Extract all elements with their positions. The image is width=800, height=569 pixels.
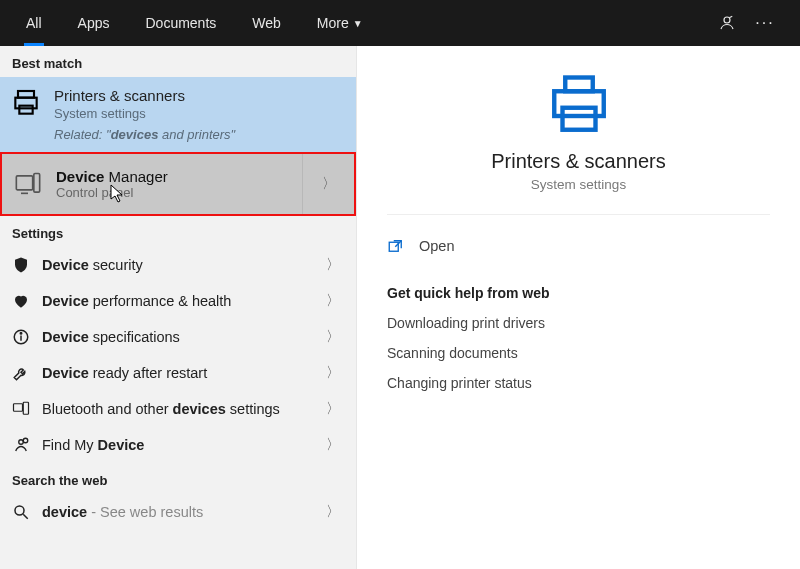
settings-item-device-specifications[interactable]: Device specifications 〉 [0, 319, 356, 355]
shield-icon [12, 256, 30, 274]
settings-header: Settings [0, 216, 356, 247]
preview-title: Printers & scanners [387, 150, 770, 173]
tab-label: More [317, 15, 349, 31]
search-web-label: device - See web results [42, 504, 203, 520]
svg-point-0 [724, 17, 730, 23]
best-match-related: Related: "devices and printers" [54, 127, 344, 142]
svg-rect-10 [23, 402, 28, 414]
svg-rect-5 [34, 174, 40, 193]
settings-item-label: Find My Device [42, 437, 144, 453]
tab-label: Documents [145, 15, 216, 31]
svg-rect-3 [19, 106, 32, 114]
tab-documents[interactable]: Documents [127, 0, 234, 46]
preview-subtitle: System settings [387, 177, 770, 192]
printer-icon [10, 87, 42, 119]
settings-item-label: Bluetooth and other devices settings [42, 401, 280, 417]
settings-item-device-security[interactable]: Device security 〉 [0, 247, 356, 283]
best-match-title: Printers & scanners [54, 85, 344, 104]
settings-item-label: Device performance & health [42, 293, 231, 309]
svg-point-13 [15, 506, 24, 515]
devices-icon [12, 400, 30, 418]
device-manager-title: Device Manager [56, 168, 168, 185]
more-options-icon[interactable]: ··· [756, 14, 774, 32]
search-web-header: Search the web [0, 463, 356, 494]
printer-icon [546, 72, 612, 138]
info-icon [12, 328, 30, 346]
svg-point-8 [20, 333, 22, 335]
settings-item-device-ready[interactable]: Device ready after restart 〉 [0, 355, 356, 391]
open-action[interactable]: Open [387, 237, 770, 255]
chevron-right-icon: 〉 [326, 400, 340, 418]
person-pin-icon [12, 436, 30, 454]
settings-item-label: Device security [42, 257, 143, 273]
svg-rect-4 [16, 176, 32, 190]
tab-label: Apps [78, 15, 110, 31]
quick-help-title: Get quick help from web [387, 285, 770, 301]
search-web-item[interactable]: device - See web results 〉 [0, 494, 356, 530]
svg-point-12 [23, 438, 28, 443]
svg-line-14 [23, 514, 28, 519]
right-pane: Printers & scanners System settings Open… [357, 46, 800, 569]
tab-web[interactable]: Web [234, 0, 299, 46]
settings-item-label: Device ready after restart [42, 365, 207, 381]
quick-link-scanning[interactable]: Scanning documents [387, 345, 770, 361]
best-match-item[interactable]: Printers & scanners System settings Rela… [0, 77, 356, 152]
svg-rect-17 [562, 108, 595, 130]
heart-icon [12, 292, 30, 310]
tab-apps[interactable]: Apps [60, 0, 128, 46]
left-pane: Best match Printers & scanners System se… [0, 46, 357, 569]
chevron-right-icon: 〉 [326, 503, 340, 521]
expand-button[interactable]: 〉 [302, 154, 354, 214]
settings-item-label: Device specifications [42, 329, 180, 345]
chevron-right-icon: 〉 [326, 256, 340, 274]
chevron-down-icon: ▼ [353, 18, 363, 29]
svg-rect-9 [14, 404, 23, 412]
tab-more[interactable]: More ▼ [299, 0, 381, 46]
open-label: Open [419, 238, 454, 254]
chevron-right-icon: 〉 [326, 292, 340, 310]
header-actions: ··· [718, 14, 792, 32]
header-bar: All Apps Documents Web More ▼ ··· [0, 0, 800, 46]
preview-icon-wrap [387, 72, 770, 138]
search-icon [12, 503, 30, 521]
open-icon [387, 237, 405, 255]
quick-link-print-drivers[interactable]: Downloading print drivers [387, 315, 770, 331]
svg-point-11 [19, 440, 24, 445]
header-tabs: All Apps Documents Web More ▼ [8, 0, 381, 46]
svg-rect-18 [389, 242, 398, 251]
tab-label: Web [252, 15, 281, 31]
chevron-right-icon: 〉 [326, 364, 340, 382]
tab-all[interactable]: All [8, 0, 60, 46]
feedback-icon[interactable] [718, 14, 736, 32]
tab-label: All [26, 15, 42, 31]
best-match-header: Best match [0, 46, 356, 77]
best-match-subtitle: System settings [54, 106, 344, 121]
device-manager-icon [14, 170, 42, 198]
settings-item-bluetooth-devices[interactable]: Bluetooth and other devices settings 〉 [0, 391, 356, 427]
quick-link-printer-status[interactable]: Changing printer status [387, 375, 770, 391]
chevron-right-icon: 〉 [326, 436, 340, 454]
settings-item-device-performance[interactable]: Device performance & health 〉 [0, 283, 356, 319]
device-manager-item[interactable]: Device Manager Control panel 〉 [0, 152, 356, 216]
device-manager-subtitle: Control panel [56, 185, 168, 200]
settings-item-find-my-device[interactable]: Find My Device 〉 [0, 427, 356, 463]
chevron-right-icon: 〉 [322, 175, 336, 193]
divider [387, 214, 770, 215]
wrench-icon [12, 364, 30, 382]
chevron-right-icon: 〉 [326, 328, 340, 346]
